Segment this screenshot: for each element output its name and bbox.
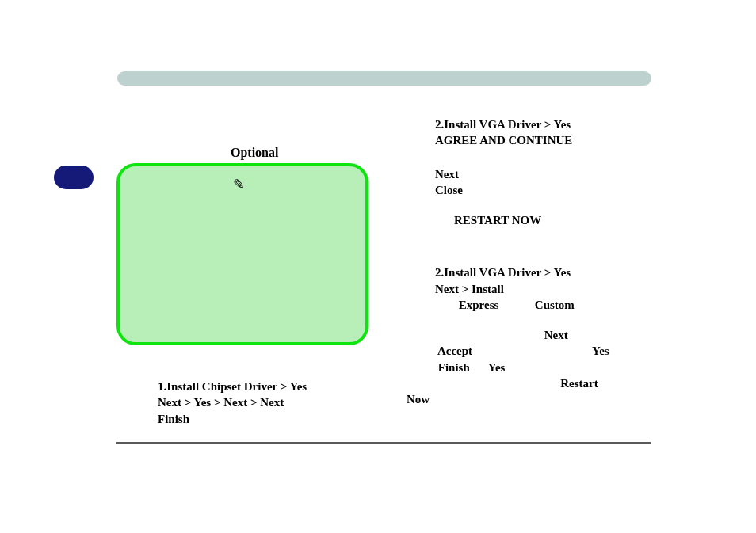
- left-line-2: Next > Yes > Next > Next: [158, 394, 395, 410]
- optional-label: Optional: [231, 146, 278, 160]
- right-b-line-1: 2.Install VGA Driver > Yes: [407, 265, 652, 280]
- right-instructions: 2.Install VGA Driver > Yes AGREE AND CON…: [407, 116, 652, 407]
- top-bar: [117, 71, 651, 86]
- right-a-line-3: Next: [407, 166, 652, 182]
- right-a-line-1: 2.Install VGA Driver > Yes: [407, 116, 652, 132]
- bottom-rule: [116, 442, 651, 444]
- right-a-line-5: RESTART NOW: [407, 212, 652, 228]
- right-b-line-2: Next > Install: [407, 281, 652, 297]
- right-b-line-8: Now: [407, 391, 652, 407]
- side-pill: [54, 166, 94, 189]
- right-b-line-3: Express Custom: [407, 297, 652, 313]
- right-a-line-2: AGREE AND CONTINUE: [407, 132, 652, 148]
- right-a-line-4: Close: [407, 182, 652, 198]
- right-b-line-6: Finish Yes: [407, 360, 652, 375]
- right-b-line-5: Accept Yes: [407, 343, 652, 359]
- right-b-line-7: Restart: [407, 375, 652, 391]
- right-b-line-4: Next: [407, 327, 652, 343]
- left-line-3: Finish: [158, 411, 395, 427]
- pencil-icon: ✎: [233, 176, 245, 193]
- left-line-1: 1.Install Chipset Driver > Yes: [158, 379, 395, 394]
- left-instructions: 1.Install Chipset Driver > Yes Next > Ye…: [158, 379, 395, 427]
